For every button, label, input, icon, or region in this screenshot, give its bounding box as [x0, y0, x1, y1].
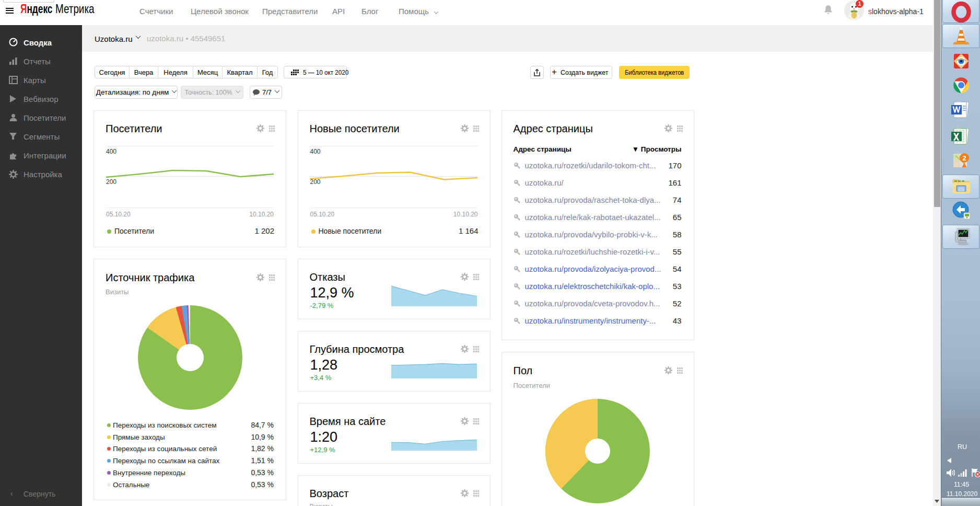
svg-text:2: 2: [962, 154, 966, 162]
